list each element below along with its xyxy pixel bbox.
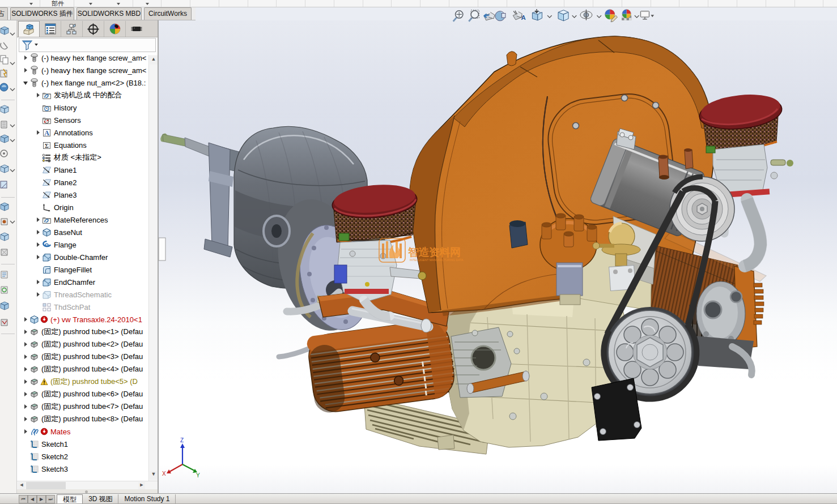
svg-text:Y: Y: [196, 472, 200, 479]
svg-text:X: X: [162, 471, 166, 477]
svg-text:INTELLIGENT MANUFACTURING DATA: INTELLIGENT MANUFACTURING DATA: [410, 258, 464, 262]
svg-text:智造资料网: 智造资料网: [407, 246, 461, 258]
svg-text:A: A: [521, 14, 525, 21]
svg-text:Z: Z: [180, 437, 184, 443]
